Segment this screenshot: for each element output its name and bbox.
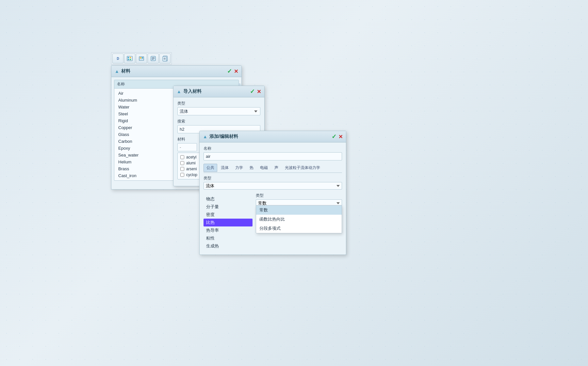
import-item-label-arseni: arseni	[186, 167, 197, 171]
svg-rect-13	[163, 57, 167, 61]
materials-confirm-btn[interactable]: ✓	[227, 68, 232, 75]
edit-name-label: 名称	[204, 146, 342, 151]
panel-edit: ▲ 添加/编辑材料 ✓ ✕ 名称 公共 流体 力学 热 电磁 声 光波粒子流体动…	[199, 131, 346, 255]
import-material-filter[interactable]	[177, 143, 197, 151]
edit-confirm-btn[interactable]: ✓	[332, 133, 336, 140]
properties-list: 物态 分子量 密度 比热 热导率 粘性 生成热	[204, 194, 253, 251]
panel-edit-header: ▲ 添加/编辑材料 ✓ ✕	[200, 131, 346, 142]
prop-thermal-cond[interactable]: 热导率	[204, 226, 253, 234]
edit-prop-type-col: 类型 常数 函数比热向比 分段多项式 常数 函数比热向比 分段多项式	[256, 193, 342, 251]
tab-acoustic[interactable]: 声	[271, 164, 281, 172]
materials-close-btn[interactable]: ✕	[234, 68, 238, 75]
prop-viscosity[interactable]: 粘性	[204, 234, 253, 242]
toolbar-btn-4[interactable]	[148, 54, 159, 63]
main-toolbar: D	[111, 52, 172, 65]
dropdown-item-piecewise[interactable]: 分段多项式	[256, 224, 342, 233]
import-close-btn[interactable]: ✕	[257, 89, 261, 95]
prop-molecule[interactable]: 分子量	[204, 203, 253, 211]
import-item-label-alumi: alumi	[186, 161, 196, 165]
tab-thermal[interactable]: 热	[247, 164, 256, 172]
prop-type-dropdown: 常数 函数比热向比 分段多项式	[256, 205, 342, 233]
edit-properties-col: 物态 分子量 密度 比热 热导率 粘性 生成热	[204, 193, 253, 251]
import-item-label-acetyl: acetyl	[186, 155, 196, 159]
materials-arrow-icon: ▲	[115, 69, 119, 74]
edit-properties-area: 物态 分子量 密度 比热 热导率 粘性 生成热 类型 常数 函数比热向比 分段多…	[204, 193, 342, 251]
tab-fluid[interactable]: 流体	[218, 164, 232, 172]
import-checkbox-acetyl[interactable]	[180, 155, 184, 159]
import-search-label: 搜索	[177, 119, 260, 124]
svg-rect-1	[128, 57, 129, 58]
import-item-label-cyclop: cyclop	[186, 173, 197, 177]
svg-rect-3	[130, 57, 131, 58]
import-arrow-icon: ▲	[177, 89, 181, 94]
edit-type-group: 类型 流体 固体 气体	[204, 175, 342, 190]
svg-rect-6	[140, 57, 141, 58]
edit-close-btn[interactable]: ✕	[338, 134, 343, 140]
panel-import-title: 导入材料	[183, 89, 248, 94]
dropdown-item-func[interactable]: 函数比热向比	[256, 215, 342, 224]
panel-import-header: ▲ 导入材料 ✓ ✕	[173, 86, 264, 97]
toolbar-btn-1[interactable]: D	[112, 54, 123, 63]
svg-rect-7	[142, 57, 143, 58]
prop-generation[interactable]: 生成热	[204, 242, 253, 250]
toolbar-btn-3[interactable]	[136, 54, 147, 63]
prop-state[interactable]: 物态	[204, 195, 253, 203]
tab-optics[interactable]: 光波粒子流体动力学	[282, 164, 323, 172]
import-type-label: 类型	[177, 101, 260, 106]
toolbar-btn-5[interactable]	[159, 54, 171, 63]
toolbar-btn-2[interactable]	[124, 54, 135, 63]
prop-specific-heat[interactable]: 比热	[204, 219, 253, 226]
dropdown-item-constant[interactable]: 常数	[256, 206, 342, 215]
import-checkbox-arseni[interactable]	[180, 167, 184, 171]
prop-type-label: 类型	[256, 193, 342, 198]
import-checkbox-cyclop[interactable]	[180, 173, 184, 177]
import-confirm-btn[interactable]: ✓	[250, 88, 255, 95]
panel-materials-title: 材料	[121, 68, 225, 74]
tab-em[interactable]: 电磁	[257, 164, 271, 172]
import-type-select[interactable]: 流体 固体 气体	[177, 107, 260, 115]
panel-edit-title: 添加/编辑材料	[209, 134, 330, 140]
materials-col-name: 名称	[117, 82, 125, 86]
svg-rect-2	[128, 59, 129, 60]
edit-name-group: 名称	[204, 146, 342, 160]
edit-type-label: 类型	[204, 175, 342, 181]
edit-type-select[interactable]: 流体 固体 气体	[204, 182, 342, 190]
edit-arrow-icon: ▲	[203, 134, 207, 139]
prop-density[interactable]: 密度	[204, 211, 253, 219]
import-checkbox-alumi[interactable]	[180, 161, 184, 165]
tab-mechanics[interactable]: 力学	[232, 164, 246, 172]
edit-name-input[interactable]	[204, 152, 342, 160]
panel-materials-header: ▲ 材料 ✓ ✕	[111, 66, 241, 77]
tab-public[interactable]: 公共	[204, 164, 217, 172]
import-type-group: 类型 流体 固体 气体	[177, 101, 260, 115]
svg-rect-4	[130, 59, 131, 60]
edit-tabs: 公共 流体 力学 热 电磁 声 光波粒子流体动力学	[204, 164, 342, 173]
